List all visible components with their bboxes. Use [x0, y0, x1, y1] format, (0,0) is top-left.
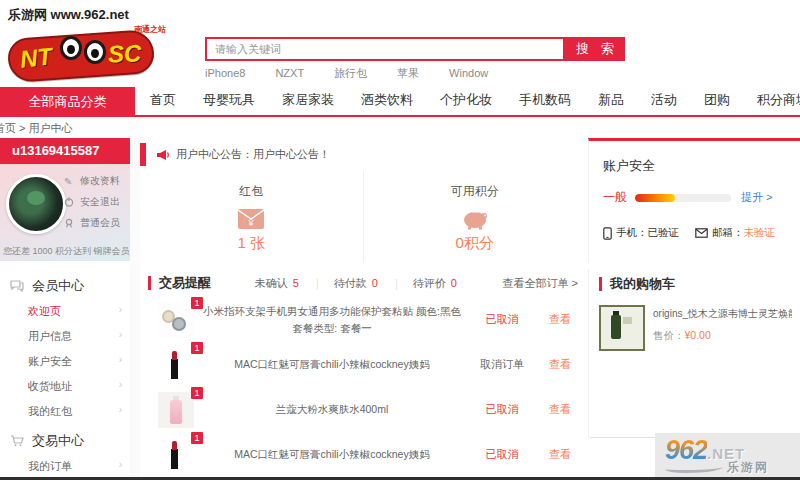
order-row: 1 MAC口红魅可唇膏chili小辣椒cockney姨妈 取消订单 查看: [140, 342, 586, 387]
order-status: 已取消: [470, 402, 534, 417]
chevron-right-icon: ›: [119, 379, 122, 394]
view-order-link[interactable]: 查看: [534, 357, 586, 372]
order-product-name[interactable]: MAC口红魅可唇膏chili小辣椒cockney姨妈: [194, 356, 470, 373]
product-image[interactable]: 1: [158, 302, 194, 338]
search-bar: 搜 索: [205, 37, 625, 61]
improve-link[interactable]: 提升 >: [741, 190, 772, 205]
product-image[interactable]: [599, 305, 645, 351]
nav-item[interactable]: 团购: [704, 92, 730, 107]
product-image[interactable]: 1: [158, 392, 194, 428]
section-title: 交易中心: [32, 432, 84, 450]
redpacket-card[interactable]: 红包 ¥ 1 张: [140, 171, 364, 263]
view-order-link[interactable]: 查看: [534, 402, 586, 417]
email-status: 未验证: [744, 226, 776, 240]
cancel-order-button[interactable]: 取消订单: [470, 357, 534, 372]
logo-eye-icon: [60, 36, 82, 60]
nav-item[interactable]: 手机数码: [519, 92, 571, 107]
phone-icon: [603, 227, 612, 240]
product-image[interactable]: 1: [158, 347, 194, 383]
notice-bar: 用户中心公告：用户中心公告！: [140, 143, 586, 166]
order-product-name[interactable]: MAC口红魅可唇膏chili小辣椒cockney姨妈: [194, 446, 470, 463]
member-level-link[interactable]: 普通会员: [64, 216, 120, 230]
email-verified: 邮箱：未验证: [695, 226, 775, 240]
item-label: 收货地址: [28, 379, 72, 394]
breadcrumb[interactable]: 首页 > 用户中心: [0, 121, 73, 136]
cart-icon: [10, 435, 24, 447]
sidebar-item-my-orders[interactable]: 我的订单 ›: [0, 454, 130, 479]
avatar[interactable]: [6, 174, 66, 234]
item-label: 我的订单: [28, 459, 72, 474]
nav-item[interactable]: 个护化妆: [440, 92, 492, 107]
nav-item[interactable]: 新品: [598, 92, 624, 107]
all-categories-button[interactable]: 全部商品分类: [0, 87, 135, 117]
nav-item[interactable]: 活动: [651, 92, 677, 107]
hot-word[interactable]: 苹果: [397, 67, 419, 79]
chevron-right-icon: ›: [119, 329, 122, 344]
sidebar-item-user-info[interactable]: 用户信息 ›: [0, 324, 130, 349]
summary-label: 待评价: [413, 277, 446, 289]
trade-reminder-title: 交易提醒: [159, 274, 211, 292]
search-input[interactable]: [205, 37, 565, 61]
logo-text-nt: NT: [19, 42, 54, 73]
nav-item[interactable]: 家居家装: [282, 92, 334, 107]
edit-profile-link[interactable]: ✎ 修改资料: [64, 174, 120, 188]
logout-link[interactable]: 安全退出: [64, 195, 120, 209]
view-order-link[interactable]: 查看: [534, 447, 586, 462]
order-product-name[interactable]: 小米指环支架手机男女通用多功能保护套粘贴 颜色:黑色 套餐类型: 套餐一: [194, 303, 470, 337]
chevron-right-icon: ›: [119, 354, 122, 369]
security-gauge: [635, 194, 731, 202]
order-row: 1 小米指环支架手机男女通用多功能保护套粘贴 颜色:黑色 套餐类型: 套餐一 已…: [140, 297, 586, 342]
qty-badge: 1: [191, 387, 203, 399]
summary-label: 未确认: [255, 277, 288, 289]
price-label: 售价：: [653, 329, 685, 341]
watermark-site: 乐游网: [727, 459, 769, 476]
hot-word[interactable]: iPhone8: [205, 67, 245, 79]
sidebar-item-account-security[interactable]: 账户安全 ›: [0, 349, 130, 374]
product-image[interactable]: 1: [158, 437, 194, 473]
nav-item[interactable]: 积分商城: [757, 92, 800, 107]
summary-count-unconfirmed: 5: [293, 277, 299, 289]
sidebar-item-redpackets[interactable]: 我的红包 ›: [0, 399, 130, 424]
site-logo[interactable]: 南通之站 NT SC: [8, 26, 160, 84]
email-label: 邮箱：: [712, 226, 744, 240]
sidebar-item-welcome[interactable]: 欢迎页 ›: [0, 299, 130, 324]
user-panel: ✎ 修改资料 安全退出 普通会员 您还差 1000 积分达到 铜牌会员: [0, 164, 130, 261]
search-button[interactable]: 搜 索: [565, 37, 625, 61]
column-gap: [130, 138, 140, 480]
power-icon: [64, 197, 76, 207]
member-level-label: 普通会员: [80, 216, 120, 230]
section-title: 会员中心: [32, 277, 84, 295]
redpacket-label: 红包: [140, 183, 363, 200]
962net-watermark: 962 .NET 乐游网: [655, 433, 800, 478]
section-accent-bar: [599, 277, 602, 291]
points-card[interactable]: 可用积分 0积分: [364, 171, 587, 263]
sidebar-item-address[interactable]: 收货地址 ›: [0, 374, 130, 399]
view-order-link[interactable]: 查看: [534, 312, 586, 327]
nav-item-home[interactable]: 首页: [150, 92, 176, 107]
logo-eye-icon: [84, 40, 106, 64]
order-product-name[interactable]: 兰蔻大粉水爽肤水400ml: [194, 401, 470, 418]
order-status: 已取消: [470, 312, 534, 327]
summary-label: 待付款: [334, 277, 367, 289]
cart-item[interactable]: origins_悦木之源韦博士灵芝焕能精 售价：¥0.00: [589, 299, 800, 351]
phone-label: 手机：: [616, 226, 648, 240]
my-cart-panel: 我的购物车 origins_悦木之源韦博士灵芝焕能精 售价：¥0.00: [588, 269, 800, 437]
hot-word[interactable]: NZXT: [275, 67, 304, 79]
site-label: 乐游网 www.962.net: [8, 6, 129, 24]
medal-icon: [64, 218, 76, 228]
nav-item[interactable]: 酒类饮料: [361, 92, 413, 107]
pencil-icon: ✎: [64, 176, 76, 187]
view-all-orders-link[interactable]: 查看全部订单 >: [503, 276, 578, 291]
piggy-bank-icon: [364, 208, 587, 232]
order-status: 已取消: [470, 447, 534, 462]
trade-reminder-panel: 交易提醒 未确认 5 ｜ 待付款 0 ｜ 待评价 0 查看全部订单 > 1 小米…: [140, 269, 586, 480]
notice-text: 用户中心公告：用户中心公告！: [176, 147, 330, 162]
main-nav: 首页母婴玩具家居家装酒类饮料个护化妆手机数码新品活动团购积分商城: [150, 87, 800, 115]
logo-text-sc: SC: [108, 39, 142, 68]
hot-word[interactable]: Window: [449, 67, 488, 79]
points-label: 可用积分: [364, 183, 587, 200]
hot-word[interactable]: 旅行包: [334, 67, 367, 79]
nav-item[interactable]: 母婴玩具: [203, 92, 255, 107]
cart-item-name[interactable]: origins_悦木之源韦博士灵芝焕能精: [653, 307, 792, 321]
chat-icon: [10, 280, 24, 292]
